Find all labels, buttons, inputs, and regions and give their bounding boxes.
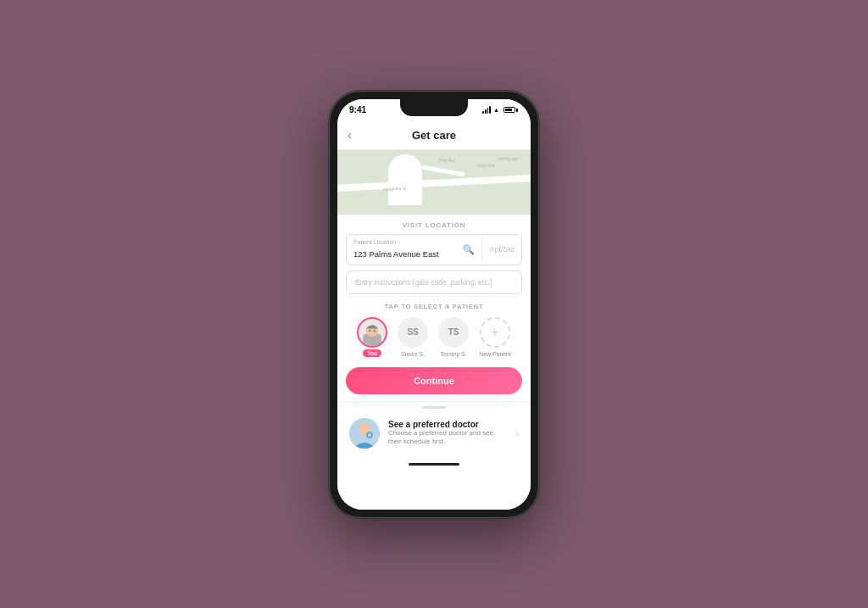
patient-initials-tommy: TS bbox=[448, 327, 459, 337]
content-area: VISIT LOCATION Patient Location 123 Palm… bbox=[337, 215, 531, 510]
svg-text:old city ave: old city ave bbox=[498, 157, 518, 161]
drawer-handle bbox=[422, 406, 446, 409]
patient-name-tommy: Tommy S. bbox=[441, 351, 467, 357]
map-road-curve bbox=[388, 154, 422, 205]
map-area: Frist Ave Lower Ave old city ave Magnoli… bbox=[337, 150, 531, 215]
apt-input[interactable]: Apt/Ste bbox=[482, 245, 521, 254]
address-input-main: Patient Location 123 Palms Avenue East bbox=[347, 235, 456, 265]
map-background: Frist Ave Lower Ave old city ave Magnoli… bbox=[337, 150, 531, 215]
visit-location-label: VISIT LOCATION bbox=[337, 215, 531, 234]
patient-item-tommy[interactable]: TS Tommy S. bbox=[438, 317, 469, 357]
nav-bar: ‹ Get care bbox=[337, 121, 531, 150]
patient-avatar-you bbox=[357, 317, 387, 348]
page-title: Get care bbox=[412, 129, 456, 142]
patient-item-new[interactable]: + New Patient bbox=[479, 317, 511, 357]
home-indicator bbox=[337, 457, 531, 472]
signal-icon bbox=[482, 107, 491, 114]
svg-text:Frist Ave: Frist Ave bbox=[439, 158, 456, 163]
patient-avatar-tommy: TS bbox=[438, 317, 469, 348]
preferred-doctor-title: See a preferred doctor bbox=[388, 420, 507, 429]
preferred-doctor-avatar bbox=[349, 418, 380, 449]
search-icon[interactable]: 🔍 bbox=[456, 244, 481, 255]
map-road-diagonal bbox=[422, 165, 465, 176]
patient-name-new: New Patient bbox=[479, 351, 511, 357]
preferred-doctor-row[interactable]: See a preferred doctor Choose a preferre… bbox=[337, 413, 531, 457]
wifi-icon: ▲ bbox=[493, 107, 499, 113]
status-icons: ▲ bbox=[482, 107, 515, 114]
preferred-doctor-text: See a preferred doctor Choose a preferre… bbox=[388, 420, 507, 447]
patient-row: You SS Stevie S. TS Tommy S. bbox=[337, 317, 531, 367]
pref-doctor-svg bbox=[349, 418, 380, 449]
back-button[interactable]: ‹ bbox=[348, 128, 352, 142]
svg-point-6 bbox=[370, 330, 371, 332]
you-avatar-svg bbox=[359, 317, 386, 348]
battery-icon bbox=[504, 107, 515, 113]
address-input-row[interactable]: Patient Location 123 Palms Avenue East 🔍… bbox=[346, 234, 522, 265]
map-road-horizontal bbox=[337, 173, 531, 192]
svg-text:Lower Ave: Lower Ave bbox=[477, 164, 495, 168]
preferred-doctor-subtitle: Choose a preferred doctor and see their … bbox=[388, 429, 507, 447]
select-patient-label: TAP TO SELECT A PATIENT bbox=[337, 301, 531, 317]
drawer-hint: See a preferred doctor Choose a preferre… bbox=[337, 401, 531, 457]
add-icon: + bbox=[491, 326, 498, 339]
phone-shell: 9:41 ▲ ‹ Get care bbox=[329, 91, 539, 518]
entry-instructions-input[interactable]: Entry instructions (gate code, parking, … bbox=[346, 271, 522, 294]
patient-name-stevie: Stevie S. bbox=[401, 351, 425, 357]
patient-avatar-stevie: SS bbox=[398, 317, 428, 348]
chevron-right-icon: › bbox=[515, 427, 519, 439]
add-patient-circle: + bbox=[480, 317, 510, 348]
phone-screen: 9:41 ▲ ‹ Get care bbox=[337, 99, 531, 510]
phone-notch bbox=[400, 99, 468, 116]
patient-initials-stevie: SS bbox=[407, 327, 418, 337]
continue-button[interactable]: Continue bbox=[346, 367, 522, 394]
patient-item-stevie[interactable]: SS Stevie S. bbox=[398, 317, 428, 357]
home-bar bbox=[409, 463, 459, 466]
patient-you-badge: You bbox=[363, 349, 381, 357]
address-value: 123 Palms Avenue East bbox=[353, 249, 439, 259]
status-time: 9:41 bbox=[349, 105, 366, 114]
patient-location-label: Patient Location bbox=[353, 239, 449, 245]
entry-instructions-placeholder: Entry instructions (gate code, parking, … bbox=[355, 278, 492, 287]
patient-item-you[interactable]: You bbox=[357, 317, 387, 357]
svg-point-7 bbox=[374, 330, 376, 332]
